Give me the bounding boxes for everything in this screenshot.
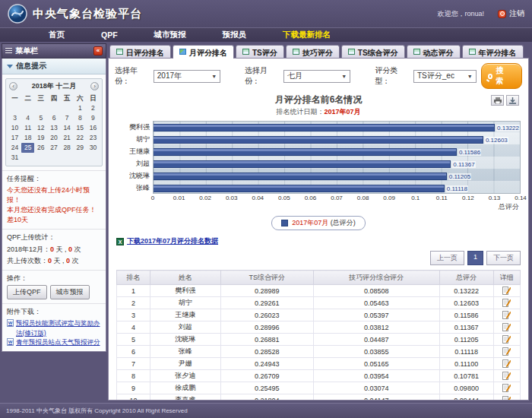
attachment-link[interactable]: W青年预报员站点天气预报评分 <box>7 337 101 347</box>
chart-bar-row: 0.13222 <box>154 122 520 134</box>
calendar-day[interactable]: 8 <box>74 113 87 123</box>
calendar-next-button[interactable]: › <box>90 82 99 90</box>
op-button-1[interactable]: 城市预报 <box>50 285 90 299</box>
calendar-day[interactable]: 12 <box>34 123 47 133</box>
tab-4[interactable]: TS综合评分 <box>341 45 405 59</box>
calendar-day[interactable]: 3 <box>8 113 21 123</box>
calendar-prev-button[interactable]: ‹ <box>9 82 17 90</box>
sidebar-collapse-button[interactable]: « <box>93 46 103 55</box>
calendar-day[interactable]: 11 <box>21 123 34 133</box>
detail-icon[interactable] <box>502 310 511 319</box>
table-cell-detail <box>493 346 520 358</box>
table-cell: 5 <box>117 334 150 346</box>
prev-page-button[interactable]: 上一页 <box>430 251 464 265</box>
year-select[interactable]: 2017年▼ <box>154 70 220 83</box>
chart-category-label: 刘超 <box>116 157 153 169</box>
calendar-day[interactable]: 20 <box>47 133 60 143</box>
detail-icon[interactable] <box>502 286 511 295</box>
table-cell: 8 <box>117 370 150 382</box>
tab-2[interactable]: TS评分 <box>236 45 284 59</box>
attachment-link[interactable]: W预报员技能测试评定与奖励办法(修订版) <box>7 318 101 338</box>
nav-item-3[interactable]: 预报员 <box>204 30 265 40</box>
nav-item-4[interactable]: 下载最新排名 <box>264 30 349 40</box>
detail-doc-icon <box>502 347 511 356</box>
detail-icon[interactable] <box>502 359 511 368</box>
calendar-day[interactable]: 5 <box>34 113 47 123</box>
chart-x-tick: 0.02 <box>199 195 211 201</box>
calendar-day[interactable]: 15 <box>74 123 87 133</box>
search-button-label: 搜 索 <box>496 65 512 87</box>
detail-icon[interactable] <box>502 347 511 356</box>
calendar-day[interactable]: 17 <box>8 133 21 143</box>
chart-bar-row: 0.11367 <box>154 158 520 170</box>
calendar-day[interactable]: 7 <box>61 113 74 123</box>
calendar-day[interactable]: 14 <box>61 123 74 133</box>
table-cell: 0.28989 <box>220 285 313 297</box>
op-button-0[interactable]: 上传QPF <box>7 285 47 299</box>
info-section-header[interactable]: 信息提示 <box>2 59 106 74</box>
calendar-title: 2018年 十二月 <box>32 81 77 91</box>
power-icon <box>498 10 506 18</box>
table-cell: 0.11586 <box>439 309 493 321</box>
score-type-select[interactable]: TS评分_ec▼ <box>413 70 477 83</box>
detail-icon[interactable] <box>502 395 511 401</box>
table-row: 6张峰0.285280.038550.11118 <box>117 346 521 358</box>
tab-label: 月评分排名 <box>189 48 227 59</box>
calendar-day[interactable]: 6 <box>47 113 60 123</box>
calendar-day[interactable]: 9 <box>87 113 100 123</box>
calendar-day[interactable]: 22 <box>74 133 87 143</box>
detail-icon[interactable] <box>502 298 511 307</box>
tab-1[interactable]: 月评分排名 <box>173 45 234 59</box>
calendar-day[interactable]: 24 <box>8 143 21 153</box>
calendar-day[interactable]: 26 <box>34 143 47 153</box>
chart-x-tick: 0 <box>151 195 154 201</box>
detail-icon[interactable] <box>502 371 511 380</box>
download-data-link[interactable]: 下载2017年07月评分排名数据 <box>127 236 218 246</box>
tab-0[interactable]: 日评分排名 <box>109 45 171 59</box>
attachment-links: W预报员技能测试评定与奖励办法(修订版)W青年预报员站点天气预报评分 <box>7 318 101 347</box>
chart-category-label: 樊利强 <box>116 121 153 133</box>
task-alert: 本月您还没有完成QPF任务！差10天 <box>7 205 101 225</box>
month-select[interactable]: 七月▼ <box>283 70 350 83</box>
chart-bar-value: 0.11118 <box>446 185 468 192</box>
chart-x-tick: 0.03 <box>226 195 238 201</box>
calendar-day[interactable]: 13 <box>47 123 60 133</box>
nav-item-2[interactable]: 城市预报 <box>136 30 204 40</box>
calendar-day[interactable]: 21 <box>61 133 74 143</box>
tab-label: 技巧评分 <box>302 48 333 59</box>
chart-category-label: 张峰 <box>116 182 153 194</box>
calendar-day[interactable]: 30 <box>87 143 100 153</box>
download-chart-button[interactable] <box>506 95 519 106</box>
chart-plot-area: 0.132220.126030.115860.113670.112050.111… <box>153 121 521 194</box>
calendar-day[interactable]: 19 <box>34 133 47 143</box>
next-page-button[interactable]: 下一页 <box>486 251 521 265</box>
calendar-day[interactable]: 4 <box>21 113 34 123</box>
nav-item-0[interactable]: 首页 <box>30 30 83 40</box>
calendar-day[interactable]: 10 <box>8 123 21 133</box>
calendar-day[interactable]: 16 <box>87 123 100 133</box>
calendar-day[interactable]: 23 <box>87 133 100 143</box>
calendar-day[interactable]: 18 <box>21 133 34 143</box>
calendar-day[interactable]: 27 <box>47 143 60 153</box>
table-cell: 0.26709 <box>220 370 313 382</box>
tab-3[interactable]: 技巧评分 <box>286 45 340 59</box>
calendar-day[interactable]: 31 <box>8 153 21 163</box>
table-cell: 0.03855 <box>313 346 439 358</box>
tab-5[interactable]: 动态评分 <box>407 45 461 59</box>
calendar-day[interactable]: 28 <box>61 143 74 153</box>
nav-item-1[interactable]: QPF <box>83 30 136 40</box>
calendar-day[interactable]: 29 <box>74 143 87 153</box>
tab-bar: 日评分排名月评分排名TS评分技巧评分TS综合评分动态评分年评分排名 <box>108 43 529 59</box>
current-page-button[interactable]: 1 <box>467 251 483 265</box>
logout-button[interactable]: 注销 <box>498 8 524 19</box>
detail-icon[interactable] <box>502 322 511 331</box>
detail-icon[interactable] <box>502 383 511 392</box>
calendar-day[interactable]: 25 <box>21 143 34 153</box>
calendar-day[interactable]: 1 <box>74 103 87 113</box>
detail-icon[interactable] <box>502 334 511 344</box>
search-button[interactable]: 搜 索 <box>481 63 522 89</box>
calendar-day[interactable]: 2 <box>87 103 100 113</box>
calendar-grid: 一二三四五六日123456789101112131415161718192021… <box>6 93 102 166</box>
tab-6[interactable]: 年评分排名 <box>462 45 524 59</box>
print-chart-button[interactable] <box>491 95 504 106</box>
